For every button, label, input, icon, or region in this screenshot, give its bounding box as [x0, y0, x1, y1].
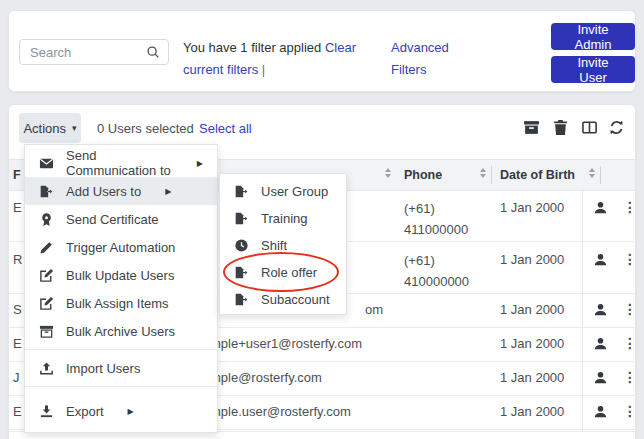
- submenu-item-label: Shift: [261, 238, 287, 253]
- submenu-item-label: Role offer: [261, 265, 317, 280]
- person-icon[interactable]: [593, 200, 608, 215]
- selected-status: 0 Users selected: [97, 121, 194, 136]
- archive-icon: [39, 324, 54, 339]
- caret-right-icon: ▶: [128, 407, 134, 416]
- filter-separator: |: [262, 62, 265, 77]
- invite-user-button[interactable]: Invite User: [551, 56, 635, 83]
- invite-admin-button[interactable]: Invite Admin: [551, 23, 635, 50]
- header-divider: [491, 166, 492, 184]
- sort-icon[interactable]: [480, 168, 486, 178]
- kebab-icon[interactable]: ⋮: [623, 302, 637, 316]
- certificate-icon: [39, 212, 54, 227]
- menu-divider: [25, 349, 217, 350]
- kebab-icon[interactable]: ⋮: [623, 200, 637, 214]
- menu-item-send-communication-to[interactable]: Send Communication to ▶: [25, 149, 217, 177]
- menu-item-label: Bulk Archive Users: [66, 324, 175, 339]
- menu-item-label: Send Certificate: [66, 212, 159, 227]
- cell-phone: (+61)411000000: [404, 198, 468, 240]
- submenu-item-user-group[interactable]: User Group: [220, 178, 346, 205]
- download-icon: [39, 404, 54, 419]
- file-export-icon: [39, 184, 54, 199]
- sort-icon[interactable]: [589, 168, 595, 178]
- search-input[interactable]: [28, 44, 160, 61]
- cell-first-name: E: [13, 200, 22, 215]
- add-users-submenu: User Group Training Shift: [219, 173, 347, 315]
- cell-first-name: J: [13, 370, 20, 385]
- submenu-item-label: User Group: [261, 184, 328, 199]
- person-icon[interactable]: [593, 302, 608, 317]
- menu-item-label: Import Users: [66, 361, 140, 376]
- menu-item-label: Add Users to: [66, 184, 141, 199]
- person-icon[interactable]: [593, 252, 608, 267]
- refresh-icon[interactable]: [608, 119, 625, 136]
- kebab-icon[interactable]: ⋮: [623, 336, 637, 350]
- pen-square-icon: [39, 268, 54, 283]
- pencil-icon: [39, 240, 54, 255]
- menu-item-bulk-archive-users[interactable]: Bulk Archive Users: [25, 317, 217, 345]
- archive-icon[interactable]: [523, 119, 540, 136]
- cell-first-name: S: [13, 302, 22, 317]
- menu-item-trigger-automation[interactable]: Trigger Automation: [25, 233, 217, 261]
- advanced-filters-wrap: Advanced Filters: [391, 37, 463, 81]
- caret-right-icon: ▶: [165, 187, 171, 196]
- menu-item-bulk-update-users[interactable]: Bulk Update Users: [25, 261, 217, 289]
- submenu-item-role-offer[interactable]: Role offer: [220, 259, 346, 286]
- cell-dob: 1 Jan 2000: [500, 404, 564, 419]
- advanced-filters-link[interactable]: Advanced Filters: [391, 40, 449, 77]
- header-date-of-birth[interactable]: Date of Birth: [500, 168, 575, 182]
- magnifier-icon: [146, 45, 160, 59]
- filter-status: You have 1 filter applied Clear current …: [183, 37, 383, 81]
- cell-dob: 1 Jan 2000: [500, 302, 564, 317]
- envelope-icon: [39, 156, 54, 171]
- columns-icon[interactable]: [581, 119, 598, 136]
- menu-item-send-certificate[interactable]: Send Certificate: [25, 205, 217, 233]
- caret-right-icon: ▶: [197, 159, 203, 168]
- menu-item-label: Bulk Assign Items: [66, 296, 169, 311]
- cell-dob: 1 Jan 2000: [500, 252, 564, 267]
- menu-item-bulk-assign-items[interactable]: Bulk Assign Items: [25, 289, 217, 317]
- kebab-icon[interactable]: ⋮: [623, 370, 637, 384]
- menu-item-export[interactable]: Export ▶: [25, 397, 217, 425]
- select-all-link[interactable]: Select all: [199, 121, 252, 136]
- sort-icon[interactable]: [385, 168, 391, 178]
- submenu-item-shift[interactable]: Shift: [220, 232, 346, 259]
- kebab-icon[interactable]: ⋮: [623, 252, 637, 266]
- file-export-icon: [234, 265, 249, 280]
- kebab-icon[interactable]: ⋮: [623, 404, 637, 418]
- person-icon[interactable]: [593, 370, 608, 385]
- upload-icon: [39, 361, 54, 376]
- actions-button[interactable]: Actions ▾: [19, 113, 81, 143]
- header-phone[interactable]: Phone: [404, 168, 442, 182]
- cell-first-name: R: [13, 252, 22, 267]
- menu-item-label: Bulk Update Users: [66, 268, 174, 283]
- actions-menu: Send Communication to ▶ Add Users to ▶: [24, 144, 218, 433]
- cell-dob: 1 Jan 2000: [500, 336, 564, 351]
- file-export-icon: [234, 292, 249, 307]
- filter-status-text: You have 1 filter applied: [183, 40, 321, 55]
- caret-down-icon: ▾: [72, 123, 77, 133]
- cell-first-name: E: [13, 336, 22, 351]
- person-icon[interactable]: [593, 404, 608, 419]
- submenu-item-training[interactable]: Training: [220, 205, 346, 232]
- trash-icon[interactable]: [552, 119, 569, 136]
- actions-button-label: Actions: [23, 121, 66, 136]
- cell-email: mple@rosterfy.com: [210, 370, 322, 385]
- menu-item-import-users[interactable]: Import Users: [25, 354, 217, 382]
- users-table-card: Actions ▾ 0 Users selected Select all F: [8, 104, 636, 439]
- person-icon[interactable]: [593, 336, 608, 351]
- header-first-name-fragment: F: [13, 168, 21, 182]
- cell-dob: 1 Jan 2000: [500, 370, 564, 385]
- submenu-item-subaccount[interactable]: Subaccount: [220, 286, 346, 313]
- menu-item-label: Export: [66, 404, 104, 419]
- cell-email: mple+user1@rosterfy.com: [210, 336, 362, 351]
- cell-phone: (+61)410000000: [404, 250, 469, 292]
- cell-email: om: [365, 302, 383, 317]
- filter-card: You have 1 filter applied Clear current …: [8, 10, 636, 92]
- header-divider: [600, 166, 601, 184]
- file-export-icon: [234, 184, 249, 199]
- cell-first-name: E: [13, 404, 22, 419]
- menu-divider: [25, 386, 217, 387]
- submenu-item-label: Subaccount: [261, 292, 330, 307]
- submenu-item-label: Training: [261, 211, 307, 226]
- menu-item-add-users-to[interactable]: Add Users to ▶: [25, 177, 217, 205]
